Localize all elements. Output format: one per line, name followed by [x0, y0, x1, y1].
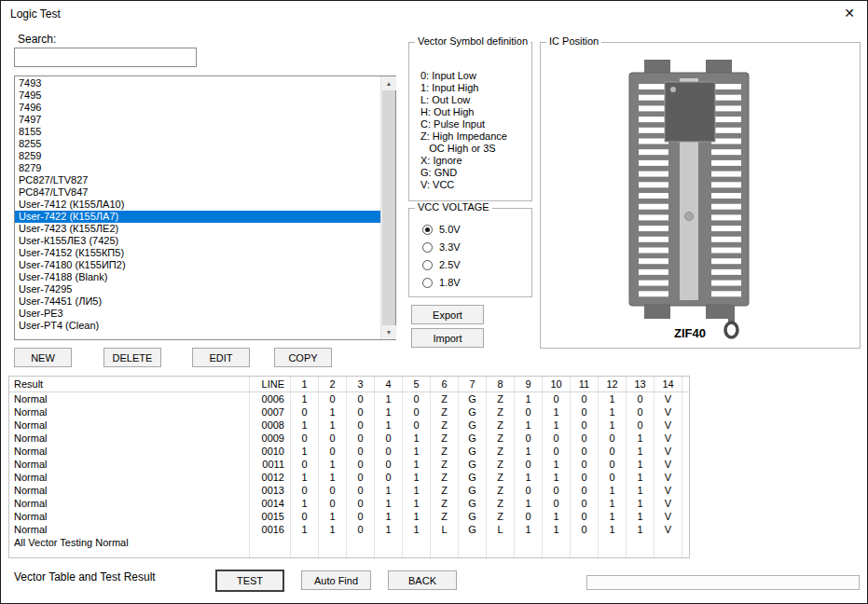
- pin-cell: 0: [347, 432, 375, 445]
- pin-cell: 1: [375, 405, 403, 419]
- column-header: 2: [319, 377, 347, 391]
- table-row[interactable]: Normal001501011ZGZ01011V: [9, 510, 689, 523]
- list-item[interactable]: 7495: [15, 89, 380, 102]
- list-item[interactable]: User-74295: [15, 283, 380, 295]
- table-row[interactable]: Normal001101001ZGZ01001V: [9, 458, 689, 471]
- vector-symbol-definitions: 0: Input Low1: Input HighL: Out LowH: Ou…: [420, 70, 507, 191]
- pin-cell: V: [654, 419, 682, 432]
- list-item[interactable]: 8155: [15, 126, 380, 138]
- list-item[interactable]: PC847/LTV847: [15, 186, 380, 199]
- pin-cell: 1: [543, 405, 571, 419]
- auto-find-button[interactable]: Auto Find: [301, 570, 371, 590]
- pin-cell: Z: [431, 419, 459, 432]
- import-button[interactable]: Import: [411, 328, 484, 348]
- pin-cell: 1: [599, 419, 627, 432]
- test-button[interactable]: TEST: [215, 570, 284, 592]
- pin-cell: 0: [515, 405, 543, 419]
- list-item[interactable]: User-7422 (К155ЛА7): [15, 211, 380, 223]
- filler-cell: [627, 549, 654, 558]
- list-item[interactable]: 7496: [15, 102, 380, 114]
- pin-cell: 1: [627, 510, 654, 523]
- vcc-option-1.8V[interactable]: 1.8V: [422, 274, 461, 292]
- new-button[interactable]: NEW: [14, 348, 72, 367]
- filler-cell: [654, 549, 682, 558]
- pin-cell: 0: [291, 458, 319, 471]
- search-input[interactable]: [14, 48, 197, 67]
- list-item[interactable]: PC827/LTV827: [15, 174, 380, 186]
- pin-cell: Z: [431, 405, 459, 419]
- pin-cell: 0: [515, 510, 543, 523]
- pin-cell: Z: [487, 445, 515, 458]
- list-item[interactable]: User-PT4 (Clean): [15, 320, 380, 332]
- list-item[interactable]: 8255: [15, 138, 380, 150]
- filler-cell: [319, 549, 347, 558]
- result-cell: Normal: [9, 497, 250, 510]
- filler-cell: [403, 549, 431, 558]
- pin-cell: Z: [487, 510, 515, 523]
- pin-cell: Z: [431, 484, 459, 497]
- pin-cell: G: [459, 445, 487, 458]
- vcc-option-3.3V[interactable]: 3.3V: [422, 239, 461, 256]
- list-item[interactable]: User-7412 (К155ЛА10): [15, 199, 380, 211]
- list-item[interactable]: User-74152 (К155КП5): [15, 247, 380, 259]
- pin-cell: 0: [571, 458, 599, 471]
- vcc-option-5.0V[interactable]: 5.0V: [422, 221, 461, 239]
- pin-cell: Z: [487, 497, 515, 510]
- result-cell: Normal: [9, 419, 250, 432]
- table-row[interactable]: Normal000900001ZGZ00001V: [9, 432, 689, 445]
- chip-listbox[interactable]: 74937495749674978155825582598279PC827/LT…: [14, 76, 396, 340]
- pin-cell: [459, 536, 487, 549]
- table-row[interactable]: Normal001611011LGL11011V: [9, 523, 689, 536]
- list-item[interactable]: User-74451 (ЛИ5): [15, 295, 380, 308]
- table-row[interactable]: Normal001410011ZGZ10011V: [9, 497, 689, 510]
- progress-bar: [586, 575, 860, 590]
- list-item[interactable]: User-К155ЛЕ3 (7425): [15, 235, 380, 247]
- list-item[interactable]: User-7423 (К155ЛЕ2): [15, 223, 380, 235]
- pin-cell: 1: [291, 445, 319, 458]
- pin-cell: [431, 536, 459, 549]
- list-item[interactable]: User-74188 (Blank): [15, 271, 380, 283]
- list-item[interactable]: 8259: [15, 150, 380, 162]
- vector-symbol-group-title: Vector Symbol definition: [415, 35, 530, 47]
- copy-button[interactable]: COPY: [274, 348, 332, 367]
- list-item[interactable]: 7497: [15, 114, 380, 126]
- table-row[interactable]: Normal001300011ZGZ00011V: [9, 484, 689, 497]
- column-header: 11: [571, 377, 599, 391]
- back-button[interactable]: BACK: [388, 570, 457, 590]
- column-header: 12: [599, 377, 627, 391]
- table-row[interactable]: Normal000811010ZGZ11010V: [9, 419, 689, 432]
- table-row[interactable]: Normal001010001ZGZ10001V: [9, 445, 689, 458]
- vector-symbol-line: 0: Input Low: [420, 70, 507, 82]
- pin-cell: 1: [319, 523, 347, 536]
- list-item[interactable]: User-74180 (К155ИП2): [15, 259, 380, 271]
- table-row[interactable]: Normal000610010ZGZ10010V: [9, 392, 689, 405]
- chip-list-items: 74937495749674978155825582598279PC827/LT…: [15, 77, 380, 339]
- close-icon[interactable]: ✕: [844, 6, 855, 21]
- vector-symbol-line: X: Ignore: [420, 155, 507, 167]
- table-row[interactable]: Normal000701010ZGZ01010V: [9, 405, 689, 419]
- list-item[interactable]: User-PE3: [15, 308, 380, 320]
- pin-cell: [543, 536, 571, 549]
- column-header: 8: [487, 377, 515, 391]
- table-row[interactable]: Normal001211001ZGZ11001V: [9, 471, 689, 484]
- delete-button[interactable]: DELETE: [103, 348, 161, 367]
- edit-button[interactable]: EDIT: [192, 348, 250, 367]
- pin-cell: 1: [319, 458, 347, 471]
- pin-cell: 1: [291, 523, 319, 536]
- scrollbar-thumb[interactable]: [382, 90, 395, 325]
- pin-cell: 1: [291, 419, 319, 432]
- export-button[interactable]: Export: [411, 305, 484, 324]
- pin-cell: 1: [375, 510, 403, 523]
- list-item[interactable]: 7493: [15, 77, 380, 89]
- pin-cell: 0: [319, 497, 347, 510]
- pin-cell: [515, 536, 543, 549]
- line-cell: 0010: [250, 445, 291, 458]
- list-item[interactable]: 8279: [15, 162, 380, 174]
- vcc-option-2.5V[interactable]: 2.5V: [422, 256, 461, 274]
- pin-cell: 0: [319, 484, 347, 497]
- scroll-down-icon[interactable]: ▼: [381, 325, 396, 339]
- result-table: ResultLINE1234567891011121314 Normal0006…: [8, 376, 690, 558]
- scroll-up-icon[interactable]: ▲: [381, 76, 396, 90]
- pin-cell: [654, 536, 682, 549]
- list-scrollbar[interactable]: ▲ ▼: [380, 76, 395, 339]
